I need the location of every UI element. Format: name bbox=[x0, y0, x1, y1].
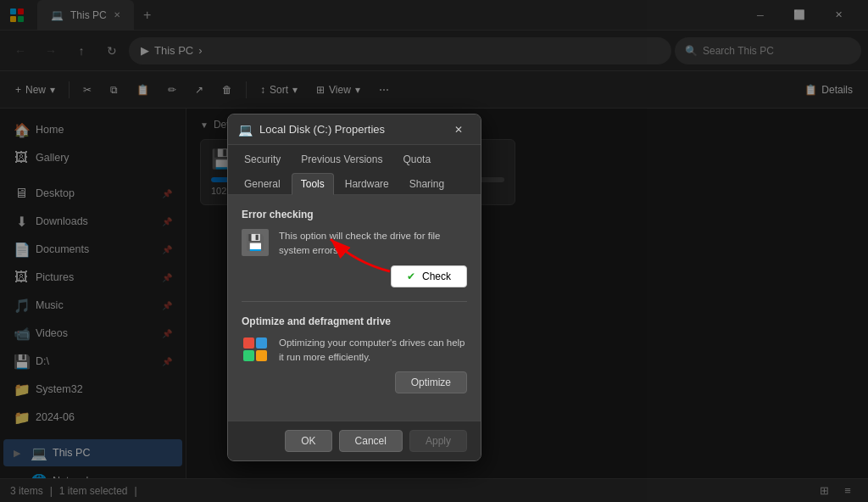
dialog-footer: OK Cancel Apply bbox=[228, 421, 481, 460]
apply-button[interactable]: Apply bbox=[409, 430, 467, 452]
tab-general[interactable]: General bbox=[235, 173, 290, 194]
tab-tools[interactable]: Tools bbox=[292, 173, 334, 195]
optimize-button[interactable]: Optimize bbox=[395, 371, 467, 393]
error-checking-section: Error checking 💾 This option will check … bbox=[242, 209, 467, 287]
error-drive-icon: 💾 bbox=[242, 229, 269, 256]
dialog-tabs: Security Previous Versions Quota General… bbox=[228, 145, 481, 195]
error-checking-row: 💾 This option will check the drive for f… bbox=[242, 229, 467, 259]
svg-rect-7 bbox=[256, 350, 267, 361]
ok-button[interactable]: OK bbox=[285, 430, 331, 452]
optimize-section: Optimize and defragment drive Optimizing… bbox=[242, 315, 467, 394]
tab-quota[interactable]: Quota bbox=[393, 148, 440, 170]
dialog-tab-row-2: General Tools Hardware Sharing bbox=[228, 170, 481, 194]
optimize-row: Optimizing your computer's drives can he… bbox=[242, 336, 467, 365]
error-checking-title: Error checking bbox=[242, 209, 467, 220]
tab-hardware[interactable]: Hardware bbox=[336, 173, 398, 194]
optimize-title: Optimize and defragment drive bbox=[242, 315, 467, 327]
svg-rect-5 bbox=[256, 337, 267, 349]
section-divider bbox=[242, 301, 467, 302]
dialog-title-text: Local Disk (C:) Properties bbox=[259, 123, 440, 136]
error-checking-description: This option will check the drive for fil… bbox=[279, 229, 467, 259]
properties-dialog: 💻 Local Disk (C:) Properties ✕ Security … bbox=[227, 114, 481, 461]
dialog-overlay: 💻 Local Disk (C:) Properties ✕ Security … bbox=[0, 0, 868, 502]
check-label: Check bbox=[422, 271, 451, 282]
dialog-close-button[interactable]: ✕ bbox=[447, 118, 470, 142]
svg-rect-4 bbox=[243, 337, 254, 349]
optimize-button-container: Optimize bbox=[242, 371, 467, 393]
dialog-tab-row-1: Security Previous Versions Quota bbox=[228, 145, 481, 170]
dialog-titlebar: 💻 Local Disk (C:) Properties ✕ bbox=[228, 114, 481, 145]
cancel-button[interactable]: Cancel bbox=[339, 430, 403, 452]
check-button-container: ✔ Check bbox=[242, 265, 467, 287]
tab-sharing[interactable]: Sharing bbox=[400, 173, 453, 194]
dialog-title-icon: 💻 bbox=[238, 123, 253, 137]
check-icon: ✔ bbox=[407, 271, 415, 282]
tab-previous-versions[interactable]: Previous Versions bbox=[292, 148, 392, 170]
tab-security[interactable]: Security bbox=[235, 148, 290, 170]
dialog-content: Error checking 💾 This option will check … bbox=[228, 195, 481, 421]
optimize-description: Optimizing your computer's drives can he… bbox=[279, 336, 467, 365]
defrag-icon bbox=[242, 336, 269, 363]
svg-rect-6 bbox=[243, 350, 254, 361]
check-button[interactable]: ✔ Check bbox=[391, 265, 467, 287]
